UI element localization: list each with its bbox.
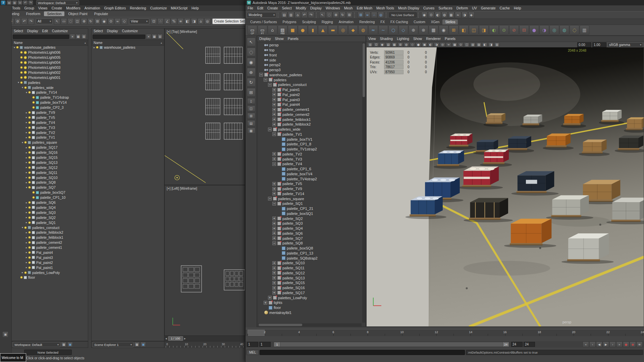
freeze-transform-icon[interactable]: ⊟ [519,25,529,35]
auto-keyframe-icon[interactable]: ◉ [630,342,636,347]
visibility-bulb-icon[interactable] [28,131,31,134]
visibility-bulb-icon[interactable] [28,231,31,234]
spinner-snap-icon[interactable]: ≡ [177,18,184,25]
clear-search-icon[interactable]: × [70,34,75,39]
display-layers-icon[interactable]: ▦ [448,12,454,18]
viewport-left-label[interactable]: [+] [Left] [Wireframe] [167,187,197,190]
explorer-node-palletes-constuct[interactable]: ▾palletes_constuct [12,225,88,230]
outliner-node-pallete-tv9[interactable]: +pallete_TV9 [258,186,362,191]
select-tool-icon[interactable]: ↖ [247,38,256,46]
explorer-node-pallete-cement2[interactable]: ▸pallete_cement2 [12,240,88,245]
visibility-bulb-icon[interactable] [28,241,31,244]
multi-cut-icon[interactable]: ◨ [479,25,489,35]
playback-end-field[interactable]: 24 [511,342,523,347]
maya-menu-windows[interactable]: Windows [324,5,342,11]
expand-toggle[interactable]: + [272,157,276,161]
render-icon[interactable]: ◎ [549,25,559,35]
select-by-name-icon[interactable]: ▭ [61,18,67,25]
two-pane-layout-icon[interactable]: ◫ [247,105,255,111]
exposure-icon[interactable]: ◧ [482,42,488,47]
visibility-bulb-icon[interactable] [32,196,35,199]
animation-preferences-icon[interactable]: ≡ [636,342,643,347]
visibility-bulb-icon[interactable] [28,91,31,94]
maya-titlebar[interactable]: M Autodesk Maya 2016: Z:\warehouse_big\s… [246,0,644,5]
visibility-bulb-icon[interactable] [28,206,31,209]
expand-toggle[interactable]: ▸ [25,176,28,179]
filter-list-icon[interactable]: ▦ [152,34,157,39]
outliner-node-palette-cp1-13[interactable]: palette_CP1_13 [258,251,362,256]
viewport-top[interactable]: [+] [Top] [Wireframe] [164,28,245,185]
camera-icon[interactable]: ▥ [580,25,589,35]
soft-selection-icon[interactable]: ≈ [114,18,121,25]
explorer-grid-icon[interactable]: ▦ [61,342,66,347]
column-header-name[interactable]: Name [94,41,103,45]
search-input[interactable] [13,35,69,39]
explorer-node-palletes[interactable]: ▾palletes [12,80,88,85]
explorer-node-pallete-sq16[interactable]: ▸pallete_SQ16 [12,150,88,155]
outliner-node-pallete-sq17[interactable]: +pallete_SQ17 [258,290,362,296]
expand-toggle[interactable]: ▸ [25,126,28,129]
outliner-node-pallete-tv14[interactable]: +pallete_TV14 [258,191,362,196]
new-scene-icon[interactable]: ▤ [7,0,12,5]
time-slider[interactable]: 24681012141618202224 [246,329,644,336]
maya-menu-uv[interactable]: UV [470,5,479,11]
poly-pyramid-icon[interactable]: ◆ [348,25,358,35]
outliner-node-pallete-sq7[interactable]: +pallete_SQ7 [258,236,362,241]
expand-toggle[interactable]: + [272,112,276,116]
view-transform-dropdown[interactable]: sRGB gamma ▾ [607,42,643,47]
outliner-node-pallete-sq6[interactable]: +pallete_SQ6 [258,231,362,236]
select-camera-icon[interactable]: ▥ [367,42,373,47]
shelf-tab-rendering[interactable]: Rendering [357,19,377,25]
range-end-handle[interactable]: 24 [502,342,509,347]
select-and-scale-icon[interactable]: ⊞ [94,18,101,25]
explorer2-menu-customize[interactable]: Customize [120,29,140,34]
viewport-menu-panels[interactable]: Panels [443,36,458,42]
max-menu-graph-editors[interactable]: Graph Editors [102,5,128,11]
ribbon-tab-object-paint[interactable]: Object Paint [65,11,90,16]
range-start-handle[interactable]: 1 [274,342,280,347]
expand-toggle[interactable]: + [272,217,276,220]
outliner-node-pallete-sq10[interactable]: +pallete_SQ10 [258,261,362,266]
explorer1-menu-select[interactable]: Select [12,29,25,34]
explorer-node-pallete-tv14[interactable]: ▾pallete_TV14 [12,90,88,95]
redo-icon[interactable]: ↷ [28,18,34,25]
expand-toggle[interactable]: + [272,103,276,106]
shelf-tab-fx-caching[interactable]: FX Caching [388,19,411,25]
outliner-node-palletes-wide[interactable]: −palletes_wide [258,127,362,132]
visibility-bulb-icon[interactable] [28,261,31,264]
rotate-tool-icon[interactable]: ↻ [247,78,256,87]
expand-toggle[interactable]: − [268,197,272,200]
single-pane-layout-icon[interactable]: ▯ [247,98,255,104]
explorer-node-pal-paint4[interactable]: ▸Pal_paint4 [12,250,88,255]
exposure-field[interactable]: 0.00 [577,42,591,47]
visibility-bulb-icon[interactable] [28,236,31,239]
visibility-bulb-icon[interactable] [20,276,23,279]
outliner-node-pallete-boxtv4[interactable]: pallete_boxTV4 [258,172,362,177]
expand-toggle[interactable]: ▾ [21,141,24,144]
explorer-node-pallete-sq15[interactable]: ▸pallete_SQ15 [12,155,88,160]
shelf-tab-rigging[interactable]: Rigging [319,19,336,25]
outliner-node-pallete-sq12[interactable]: +pallete_SQ12 [258,271,362,276]
explorer-node-pal-paint3[interactable]: ▸Pal_paint3 [12,255,88,260]
move-tool-icon[interactable]: ⊕ [333,12,339,18]
menu-set-dropdown[interactable]: Modeling▾ [247,12,276,18]
symmetry-icon[interactable]: ◈ [468,12,475,18]
viewport-left[interactable]: [+] [Left] [Wireframe] [164,185,245,336]
visibility-bulb-icon[interactable] [16,46,19,49]
outliner-node-front[interactable]: front [258,53,362,58]
explorer-node-photometriclight004[interactable]: PhotometricLight004 [12,60,88,65]
mirror-geometry-icon[interactable]: ◐ [489,25,499,35]
expand-toggle[interactable]: ▸ [25,146,28,149]
visibility-bulb-icon[interactable] [96,46,99,49]
expand-toggle[interactable]: ▸ [25,151,28,154]
ipr-icon[interactable]: ◍ [559,25,569,35]
outliner-node-pallete-sq15[interactable]: +pallete_SQ15 [258,280,362,285]
expand-toggle[interactable]: + [272,182,276,186]
explorer-node-palette-cp1-10[interactable]: palette_CP1_10 [12,195,88,200]
current-time-indicator[interactable] [248,330,265,336]
poly-cube-icon[interactable]: ■ [288,25,298,35]
mirror-icon[interactable]: ◧ [184,18,191,25]
maya-menu-deform[interactable]: Deform [454,5,470,11]
expand-toggle[interactable]: ▾ [17,81,20,84]
expand-toggle[interactable]: − [272,241,276,245]
